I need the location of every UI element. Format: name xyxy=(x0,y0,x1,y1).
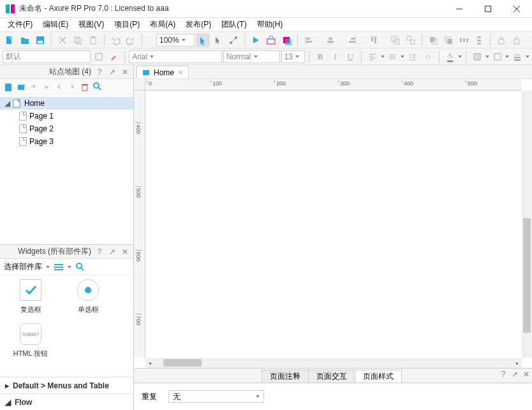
popout-icon[interactable]: ↗ xyxy=(510,370,519,379)
new-file-button[interactable] xyxy=(3,33,17,47)
ungroup-button[interactable] xyxy=(404,33,418,47)
back-button[interactable] xyxy=(441,33,455,47)
save-button[interactable] xyxy=(33,33,47,47)
chevron-down-icon[interactable] xyxy=(46,266,50,268)
close-panel-icon[interactable]: ✕ xyxy=(121,68,129,77)
close-panel-icon[interactable]: ✕ xyxy=(522,370,531,379)
menu-item[interactable]: 帮助(H) xyxy=(252,18,288,31)
align-left-button[interactable] xyxy=(302,33,316,47)
share-button[interactable] xyxy=(279,33,293,47)
distribute-h-button[interactable] xyxy=(457,33,471,47)
font-select[interactable]: Arial xyxy=(129,50,222,63)
redo-button[interactable] xyxy=(124,33,138,47)
delete-button[interactable] xyxy=(79,81,91,92)
border-color-button[interactable] xyxy=(491,50,505,64)
menu-item[interactable]: 发布(P) xyxy=(181,18,216,31)
connector-tool-button[interactable] xyxy=(226,33,240,47)
menu-item[interactable]: 团队(T) xyxy=(216,18,251,31)
outdent-button[interactable] xyxy=(54,81,65,92)
move-up-button[interactable] xyxy=(28,81,40,92)
font-size-select[interactable]: 13 xyxy=(281,50,306,63)
menu-item[interactable]: 编辑(E) xyxy=(38,18,73,31)
select-tool-button[interactable] xyxy=(211,33,225,47)
tab-notes[interactable]: 页面注释 xyxy=(262,370,309,383)
collapse-icon[interactable]: ◢ xyxy=(4,99,10,108)
search-button[interactable] xyxy=(92,81,103,92)
close-button[interactable] xyxy=(502,0,531,18)
align-top-button[interactable] xyxy=(367,33,381,47)
maximize-button[interactable] xyxy=(473,0,502,18)
underline-button[interactable]: U xyxy=(343,50,357,64)
menu-item[interactable]: 项目(P) xyxy=(109,18,145,31)
tab-style[interactable]: 页面样式 xyxy=(355,370,402,383)
add-page-button[interactable] xyxy=(3,81,14,92)
chevron-down-icon[interactable] xyxy=(68,266,71,268)
section-menus-table[interactable]: ▸Default > Menus and Table xyxy=(0,377,133,393)
menu-item[interactable]: 布局(A) xyxy=(145,18,181,31)
font-color-button[interactable]: A xyxy=(443,50,457,64)
unlock-button[interactable] xyxy=(510,33,524,47)
tree-root[interactable]: ◢ Home xyxy=(0,97,133,110)
distribute-v-button[interactable] xyxy=(472,33,486,47)
indent-button[interactable] xyxy=(66,81,78,92)
style-apply-icon[interactable] xyxy=(92,50,106,64)
search-icon[interactable] xyxy=(75,262,85,272)
align-right-button[interactable] xyxy=(345,33,359,47)
tree-page[interactable]: Page 1 xyxy=(0,110,133,122)
scrollbar-vertical[interactable] xyxy=(522,91,532,358)
scroll-thumb[interactable] xyxy=(163,359,202,367)
bold-button[interactable]: B xyxy=(313,50,327,64)
minimize-button[interactable] xyxy=(445,0,473,18)
scrollbar-horizontal[interactable]: ◂▸ xyxy=(145,358,522,368)
add-folder-button[interactable] xyxy=(15,81,27,92)
scroll-left-icon[interactable]: ◂ xyxy=(145,358,154,367)
fill-color-button[interactable] xyxy=(470,50,484,64)
repeat-select[interactable]: 无 xyxy=(168,390,264,403)
preview-button[interactable] xyxy=(249,33,263,47)
bullets-button[interactable] xyxy=(406,50,420,64)
italic-button[interactable]: I xyxy=(329,50,343,64)
popout-icon[interactable]: ↗ xyxy=(108,247,117,256)
tree-page[interactable]: Page 2 xyxy=(0,122,133,135)
paint-brush-icon[interactable] xyxy=(107,50,121,64)
close-panel-icon[interactable]: ✕ xyxy=(121,247,129,256)
popout-icon[interactable]: ↗ xyxy=(108,68,117,77)
tree-page[interactable]: Page 3 xyxy=(0,135,133,148)
align-center-button[interactable] xyxy=(323,33,337,47)
tab-interactions[interactable]: 页面交互 xyxy=(308,370,355,383)
zoom-select[interactable]: 100% xyxy=(156,34,195,47)
text-align-left-button[interactable] xyxy=(366,50,380,64)
lock-button[interactable] xyxy=(494,33,508,47)
copy-button[interactable] xyxy=(71,33,85,47)
paste-button[interactable] xyxy=(86,33,100,47)
front-button[interactable] xyxy=(426,33,440,47)
style-select[interactable]: 默认 xyxy=(3,50,91,63)
scroll-thumb[interactable] xyxy=(523,218,531,333)
border-width-button[interactable] xyxy=(510,50,524,64)
font-weight-select[interactable]: Normal xyxy=(223,50,280,63)
help-icon[interactable]: ? xyxy=(95,68,104,77)
help-icon[interactable]: ? xyxy=(95,247,104,256)
cut-button[interactable] xyxy=(55,33,70,47)
group-button[interactable] xyxy=(388,33,403,47)
canvas-tab[interactable]: Home ✕ xyxy=(137,66,189,78)
pointer-tool-button[interactable] xyxy=(196,33,210,47)
help-icon[interactable]: ? xyxy=(499,370,508,379)
publish-button[interactable] xyxy=(264,33,278,47)
text-valign-button[interactable] xyxy=(386,50,400,64)
separator xyxy=(309,51,309,62)
move-down-button[interactable] xyxy=(41,81,52,92)
section-flow[interactable]: ◢Flow xyxy=(0,393,133,410)
scroll-right-icon[interactable]: ▸ xyxy=(513,358,522,367)
menu-icon[interactable] xyxy=(54,263,64,271)
close-tab-icon[interactable]: ✕ xyxy=(178,69,183,76)
canvas[interactable] xyxy=(145,91,522,358)
widget-checkbox[interactable]: 复选框 xyxy=(11,279,50,314)
widget-radio[interactable]: 单选框 xyxy=(69,279,107,314)
open-file-button[interactable] xyxy=(18,33,32,47)
menu-item[interactable]: 文件(F) xyxy=(3,18,38,31)
menu-item[interactable]: 视图(V) xyxy=(73,18,109,31)
undo-button[interactable] xyxy=(108,33,122,47)
link-button[interactable] xyxy=(421,50,435,64)
widget-html-button[interactable]: SUBMIT HTML 按钮 xyxy=(11,323,50,358)
